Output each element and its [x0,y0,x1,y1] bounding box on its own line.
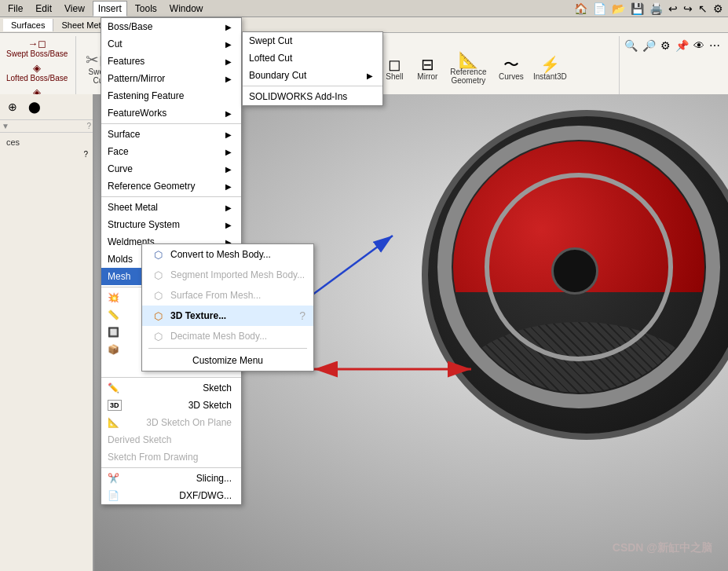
menu-label-surface: Surface [108,129,140,140]
menu-label-ref-geometry: Reference Geometry [108,181,195,192]
menu-label-boss-base: Boss/Base [108,21,152,32]
view-icon[interactable]: 👁 [692,38,706,53]
menu-item-fastening[interactable]: Fastening Feature [101,87,241,104]
sub-swept-cut[interactable]: Swept Cut [243,32,382,49]
face-arrow: ▶ [225,148,232,156]
more-icon[interactable]: ⋯ [708,38,722,53]
crosshair-icon[interactable]: ⊕ [3,97,22,116]
menu-bar: File Edit View Insert Tools Window 🏠 📄 📂… [0,0,728,17]
menu-label-3d-sketch-plane: 3D Sketch On Plane [146,417,232,428]
new-icon[interactable]: 📄 [591,1,608,16]
red-arrow [298,353,518,471]
segment-icon: ⬡ [150,269,166,281]
menu-item-features[interactable]: Features ▶ [101,53,241,70]
pin-icon[interactable]: 📌 [674,38,690,53]
menu-item-slicing[interactable]: ✂️ Slicing... [101,470,241,487]
menu-item-sheet-metal[interactable]: Sheet Metal ▶ [101,199,241,216]
menu-label-mesh: Mesh [108,271,130,282]
sub-label-solidworks-addins: SOLIDWORKS Add-Ins [249,91,347,102]
menu-item-cut[interactable]: Cut ▶ [101,35,241,53]
menu-file[interactable]: File [3,2,27,16]
menu-item-pattern-mirror[interactable]: Pattern/Mirror ▶ [101,70,241,87]
menu-label-molds: Molds [108,254,133,265]
menu-label-dxf-dwg: DXF/DWG... [179,490,232,501]
slicing-icon: ✂️ [108,473,122,484]
ribbon-ref-geometry[interactable]: 📐 Reference Geometry [444,50,492,86]
menu-item-dxf-dwg[interactable]: 📄 DXF/DWG... [101,487,241,504]
sub-boundary-cut[interactable]: Boundary Cut ▶ [243,67,382,84]
save-icon[interactable]: 💾 [629,1,646,16]
mesh-label-surface: Surface From Mesh... [170,290,261,301]
menu-label-pattern-mirror: Pattern/Mirror [108,73,165,84]
help-icon[interactable]: ? [83,150,88,159]
mesh-label-decimate: Decimate Mesh Body... [170,331,267,342]
mesh-3d-texture[interactable]: ⬡ 3D Texture... ? [142,306,313,326]
menu-item-structure-system[interactable]: Structure System ▶ [101,216,241,233]
3d-texture-help-icon: ? [299,309,305,322]
separator-1 [101,123,241,124]
search-icon[interactable]: 🔍 [623,38,639,53]
home-icon[interactable]: 🏠 [573,1,589,16]
sub-sep-1 [243,86,382,86]
menu-label-cut: Cut [108,38,123,49]
surface-mesh-icon: ⬡ [150,289,166,302]
customize-menu[interactable]: Customize Menu [142,350,313,371]
ribbon-swept-boss[interactable]: →◻ Swept Boss/Base [3,36,71,60]
settings-icon[interactable]: ⚙ [659,38,672,53]
sub-lofted-cut[interactable]: Lofted Cut [243,49,382,67]
menu-item-ref-geometry[interactable]: Reference Geometry ▶ [101,178,241,195]
ribbon-curves[interactable]: 〜 Curves [493,55,529,82]
cut-arrow: ▶ [225,40,232,49]
menu-item-featureworks[interactable]: FeatureWorks ▶ [101,104,241,122]
sub-label-lofted-cut: Lofted Cut [249,53,292,64]
options-icon[interactable]: ⚙ [712,1,725,16]
menu-view[interactable]: View [60,2,90,16]
pattern-arrow: ▶ [225,75,232,83]
separator-2 [101,196,241,197]
search2-icon[interactable]: 🔎 [641,38,657,53]
menu-label-fastening: Fastening Feature [108,90,184,101]
open-icon[interactable]: 📂 [610,1,627,16]
menu-item-derived-sketch: Derived Sketch [101,431,241,448]
menu-tools[interactable]: Tools [130,2,162,16]
menu-item-3d-sketch[interactable]: 3D 3D Sketch [101,397,241,414]
menu-label-curve: Curve [108,163,133,174]
3d-sketch-icon: 3D [108,400,122,411]
menu-label-slicing: Slicing... [196,473,232,484]
sub-solidworks-addins[interactable]: SOLIDWORKS Add-Ins [243,88,382,105]
print-icon[interactable]: 🖨️ [648,1,664,16]
menu-edit[interactable]: Edit [31,2,57,16]
features-submenu: Swept Cut Lofted Cut Boundary Cut ▶ SOLI… [242,31,383,106]
ribbon-mirror[interactable]: ⊟ Mirror [412,55,443,82]
featureworks-arrow: ▶ [225,109,232,118]
menu-label-3d-sketch: 3D Sketch [188,400,232,411]
surface-arrow: ▶ [225,130,232,139]
boss-base-arrow: ▶ [225,23,232,31]
menu-item-sketch[interactable]: ✏️ Sketch [101,379,241,397]
undo-icon[interactable]: ↩ [667,1,679,16]
menu-item-curve[interactable]: Curve ▶ [101,160,241,178]
ribbon-instant3d[interactable]: ⚡ Instant3D [530,55,569,82]
separator-5 [101,467,241,468]
menu-label-featureworks: FeatureWorks [108,108,166,119]
menu-item-surface[interactable]: Surface ▶ [101,126,241,143]
ribbon-lofted-boss[interactable]: ◈ Lofted Boss/Base [3,60,71,84]
tab-surfaces[interactable]: Surfaces [3,19,53,31]
menu-window[interactable]: Window [165,2,208,16]
menu-item-boss-base[interactable]: Boss/Base ▶ [101,18,241,35]
mesh-submenu: ⬡ Convert to Mesh Body... ⬡ Segment Impo… [141,243,314,372]
menu-insert[interactable]: Insert [93,1,127,16]
panel-icons: ⊕ ⬤ [0,94,93,120]
circle-icon[interactable]: ⬤ [25,97,44,116]
redo-icon[interactable]: ↪ [682,1,694,16]
mesh-convert[interactable]: ⬡ Convert to Mesh Body... [142,244,313,265]
menu-label-sketch-from-drawing: Sketch From Drawing [108,452,198,463]
sub-label-boundary-cut: Boundary Cut [249,70,306,81]
curve-arrow: ▶ [225,165,232,174]
sheet-metal-arrow: ▶ [225,203,232,212]
ribbon-shell[interactable]: ◻ Shell [379,55,410,82]
cursor-icon[interactable]: ↖ [697,1,709,16]
sketch-menu-icon: ✏️ [108,382,122,393]
menu-label-features: Features [108,56,145,67]
menu-item-face[interactable]: Face ▶ [101,143,241,160]
